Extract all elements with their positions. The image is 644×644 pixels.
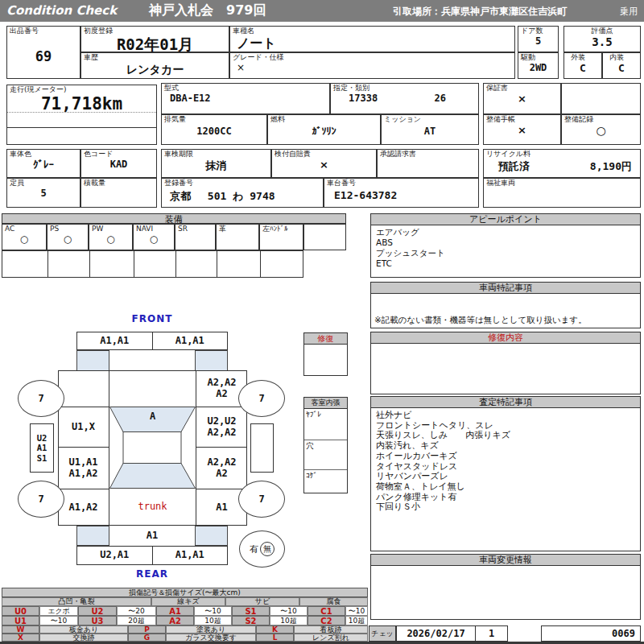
legend-title: 損傷記号＆損傷サイズ(〜最大cm) — [2, 588, 368, 597]
check-count: 1 — [475, 626, 508, 641]
recycle-fee-cell: リサイクル料 預託済 8,190円 — [483, 149, 641, 178]
first-registration-cell: 初度登録 R02年01月 — [80, 26, 229, 52]
check-date: 2026/02/17 — [397, 626, 475, 641]
change-info-title: 車両変更情報 — [371, 555, 640, 566]
approval-cell: 承認請求書 — [377, 149, 479, 178]
divider — [7, 112, 156, 113]
exterior-cell: 外装 C — [564, 52, 602, 79]
appeal-item: ETC — [376, 258, 635, 269]
equipment-cell-leather: 革 — [216, 224, 259, 250]
equipment-cell-sr: SR — [175, 224, 216, 250]
change-info-box: 車両変更情報 — [370, 554, 641, 620]
auction-title: 神戸入札会 979回 — [149, 2, 266, 19]
panel-left-quarter: A1,A2 — [58, 489, 109, 526]
vehicle-notes-title: 車両特記事項 — [371, 283, 640, 294]
model-value: ノート — [230, 35, 514, 52]
cabin-row-hole: 穴 — [304, 440, 347, 470]
spare-absent-label: 無 — [260, 542, 275, 556]
capacity-cell: 定員 5 — [6, 178, 80, 208]
equipment-cell-pw: PW ○ — [89, 224, 133, 250]
trunk-label: trunk — [110, 489, 195, 526]
appeal-title: アピールポイント — [371, 214, 640, 225]
assessment-box: 査定特記事項 社外ナビ フロントシートヘタリ、スレ 天張りスレ、しみ 内張りキズ… — [370, 396, 641, 551]
legend-group: 腐食 — [299, 597, 368, 606]
mileage-value: 71,718km — [7, 94, 156, 114]
lot-number-cell: 出品番号 69 — [6, 26, 80, 79]
repair-body — [371, 344, 640, 347]
doors-cell: ドア数 5 — [518, 26, 559, 52]
taillight-right — [195, 526, 228, 546]
cabin-title: 客室内張 — [304, 398, 347, 409]
check-date-box: 2026/02/17 1 — [396, 625, 508, 642]
vehicle-notes-box: 車両特記事項 ※記載のない書類・機器等は無しとして取り扱います。 — [370, 282, 641, 328]
rear-bumper-left: U2,A1 — [77, 547, 152, 564]
taillight-left — [76, 526, 109, 546]
assessment-title: 査定特記事項 — [371, 397, 640, 408]
color-code-cell: 色コード KAD — [80, 149, 157, 178]
check-label: チェック — [369, 625, 396, 642]
warranty-cell: 保証書 × — [483, 83, 561, 114]
equipment-cell-ac: AC ○ — [2, 224, 47, 250]
brand-title: Condition Check — [6, 3, 117, 18]
check-number-box: 0069 — [541, 625, 641, 642]
class-code-2: 26 — [435, 93, 446, 104]
panel-right-rear-door: A2,A2 A2 — [196, 447, 247, 489]
tire-front-right: 7 — [238, 380, 285, 417]
class-code-cell: 指定・類別 17338 26 — [330, 83, 479, 114]
mirror-right — [250, 423, 274, 473]
legend-marks-row: W 板金あり P 塗装あり K 看板跡 — [2, 625, 368, 634]
rear-bumper: U2,A1 A1,A1 — [76, 546, 228, 565]
cabin-row-tear: ﾔﾌﾞﾚ — [304, 409, 347, 440]
legend-row: U0 エクボ U2 〜20 A1 〜10 S1 〜10 C1 〜10 — [2, 606, 368, 616]
header-bar: Condition Check 神戸入札会 979回 引取場所：兵庫県神戸市東灘… — [0, 0, 644, 22]
front-bumper-right: A1,A1 — [152, 332, 228, 349]
equipment-header: 装備 — [2, 213, 346, 224]
displacement-cell: 排気量 1200CC — [161, 114, 267, 145]
panel-right-front-door: U2,U2 A2,A2 — [196, 407, 247, 448]
equipment-cell-navi: NAVI ○ — [133, 224, 175, 250]
fuel-cell: 燃料 ｶﾞｿﾘﾝ — [267, 114, 381, 145]
windshield-label: A — [109, 410, 196, 424]
equipment-empty-row — [2, 250, 303, 278]
appeal-box: アピールポイント エアバッグ ABS プッシュスタート ETC — [370, 213, 641, 278]
lot-number-label: 出品番号 — [7, 27, 80, 35]
tire-rear-right: 7 — [238, 481, 285, 518]
front-bumper: A1,A1 A1,A1 — [76, 332, 228, 350]
front-bumper-left: A1,A1 — [77, 332, 152, 349]
headlight-left — [76, 350, 109, 371]
spare-present-label: 有 — [250, 543, 258, 555]
rear-label: REAR — [109, 568, 196, 580]
front-label: FRONT — [109, 313, 196, 324]
recycle-amount: 8,190円 — [590, 159, 632, 174]
load-capacity-cell: 積載量 — [80, 178, 157, 208]
legend-group: 凸凹・亀裂 — [2, 597, 151, 606]
assessment-item: 社外ナビ — [376, 411, 635, 421]
maintenance-record-cell: 整備記録 ○ — [561, 114, 641, 145]
assessment-item: 内装汚れ、キズ — [376, 441, 635, 452]
inspection-cell: 車検期限 抹消 — [161, 149, 271, 178]
equipment-cell-extra — [303, 224, 346, 250]
empty-cell — [561, 83, 641, 114]
recycle-status: 預託済 — [498, 159, 530, 174]
score-value: 3.5 — [564, 35, 640, 48]
maintenance-book-cell: 整備手帳 × — [483, 114, 561, 145]
appeal-item: エアバッグ — [376, 227, 635, 237]
assessment-item: ホイールカバーキズ — [376, 452, 635, 462]
legend-groups: 凸凹・亀裂 線キズ サビ 腐食 — [2, 597, 368, 606]
appeal-item: プッシュスタート — [376, 248, 635, 258]
pickup-location: 引取場所：兵庫県神戸市東灘区住吉浜町 — [393, 5, 567, 19]
score-cell: 評価点 3.5 — [564, 26, 641, 52]
body-color-cell: 車体色 ｸﾞﾚｰ — [6, 149, 80, 178]
mileage-cell: 走行(現メーター) 71,718km — [6, 85, 157, 145]
rear-bumper-right: A1,A1 — [152, 547, 228, 564]
rear-panel: A1 — [109, 526, 195, 546]
interior-cell: 内装 C — [602, 52, 641, 79]
history-value: レンタカー — [81, 63, 229, 77]
legend-group: サビ — [225, 597, 299, 606]
mirror-left: U2 A1 S1 — [30, 423, 54, 473]
welfare-cell: 福祉車両 — [483, 178, 641, 208]
cabin-row-burn: ｺｹﾞ — [304, 470, 347, 499]
appeal-item: ABS — [376, 237, 635, 248]
panel-left-rear-door: U1,A1 A1,A2 — [58, 447, 109, 489]
equipment-cell-ps: PS ○ — [47, 224, 89, 250]
